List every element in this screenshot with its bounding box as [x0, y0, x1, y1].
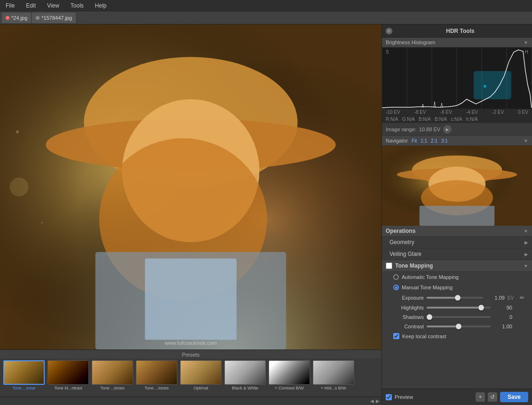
- preset-item-7[interactable]: + Mid...s B/W: [312, 360, 355, 390]
- contrast-label: Contrast: [393, 324, 424, 329]
- menu-help[interactable]: Help: [93, 1, 109, 10]
- save-button[interactable]: Save: [500, 392, 528, 402]
- keep-local-contrast-label: Keep local contrast: [402, 334, 446, 339]
- shadows-slider-track[interactable]: [427, 316, 491, 318]
- preset-name-0: Tone ...inear: [12, 386, 36, 390]
- histogram-channel-values: R:N/A G:N/A B:N/A B:N/A c:N/A h:N/A: [382, 116, 532, 123]
- histogram-canvas: S H ◆: [382, 48, 532, 109]
- navigator-photo-svg: [382, 146, 532, 226]
- manual-tone-mapping-label: Manual Tone Mapping: [402, 285, 453, 290]
- contrast-slider-track[interactable]: [427, 326, 491, 327]
- operations-section: Operations ▼ Geometry ▶ Veiling Glare ▶: [382, 226, 532, 260]
- highlights-slider-thumb[interactable]: [478, 305, 484, 310]
- main-photo-svg: [0, 24, 381, 349]
- navigator-header: Navigator Fit 1:1 2:1 3:1 ▼: [382, 136, 532, 146]
- navigator-zoom-2[interactable]: 2:1: [431, 138, 437, 143]
- contrast-slider-row: Contrast 1.00: [382, 322, 532, 331]
- right-panel: ✕ HDR Tools Brightness Histogram ▼ S H: [381, 24, 532, 405]
- preset-thumb-5: [224, 360, 266, 385]
- tab-1[interactable]: *24.jpg: [2, 13, 31, 23]
- preset-name-4: Optimal: [193, 386, 208, 390]
- navigator-zoom-3[interactable]: 3:1: [441, 138, 448, 143]
- operation-veiling-glare-label: Veiling Glare: [389, 251, 421, 257]
- exposure-slider-thumb[interactable]: [455, 295, 461, 301]
- histogram-s-label: S: [386, 49, 389, 55]
- preview-refresh-button[interactable]: ↺: [488, 392, 497, 402]
- preset-name-7: + Mid...s B/W: [321, 386, 346, 390]
- hist-h-val: h:N/A: [466, 117, 478, 122]
- exposure-label: Exposure: [393, 295, 424, 301]
- preset-item-1[interactable]: Tone M...ntrast: [47, 360, 89, 390]
- navigator-zoom-1[interactable]: 1:1: [421, 138, 427, 143]
- histogram-collapse-arrow[interactable]: ▼: [524, 40, 528, 45]
- geometry-chevron-icon: ▶: [524, 240, 528, 245]
- auto-tone-mapping-radio[interactable]: [393, 274, 399, 280]
- operations-collapse-arrow[interactable]: ▼: [524, 229, 528, 234]
- main-image-view[interactable]: www.fullcrackindir.com: [0, 24, 381, 349]
- preview-add-button[interactable]: +: [476, 392, 485, 402]
- navigator-thumbnail[interactable]: [382, 146, 532, 226]
- shadows-label: Shadows: [393, 314, 424, 320]
- histogram-header: Brightness Histogram ▼: [382, 38, 532, 48]
- hist-b-val: B:N/A: [419, 117, 431, 122]
- image-range-value: 10.88 EV: [419, 127, 440, 132]
- ev-label-8: -8 EV: [414, 110, 426, 115]
- exposure-slider-track[interactable]: [427, 297, 483, 299]
- bottom-scroll-bar: ◀ ▶: [0, 397, 381, 405]
- navigator-collapse-arrow[interactable]: ▼: [524, 138, 528, 143]
- presets-label: Presets: [0, 350, 381, 358]
- exposure-value: 1.09: [486, 295, 505, 301]
- tab-1-label: *24.jpg: [11, 15, 27, 21]
- tab-1-dot: [6, 16, 9, 20]
- manual-tone-mapping-radio[interactable]: [393, 285, 399, 290]
- keep-local-contrast-checkbox[interactable]: [393, 333, 399, 339]
- navigator-fit-button[interactable]: Fit: [412, 138, 417, 143]
- preset-item-5[interactable]: Black & White: [224, 360, 266, 390]
- contrast-value: 1.00: [493, 324, 512, 329]
- contrast-slider-thumb[interactable]: [456, 324, 461, 329]
- menu-file[interactable]: File: [4, 1, 16, 10]
- menu-view[interactable]: View: [45, 1, 61, 10]
- scroll-right-arrow[interactable]: ▶: [376, 398, 380, 404]
- presets-scroll[interactable]: Tone ...inear Tone M...ntrast Tone ...to…: [0, 358, 381, 394]
- preset-thumb-inner-0: [4, 361, 44, 384]
- menu-tools[interactable]: Tools: [69, 1, 86, 10]
- preset-item-2[interactable]: Tone ...tones: [91, 360, 134, 390]
- preset-thumb-inner-4: [181, 361, 221, 384]
- play-button[interactable]: ▶: [443, 125, 452, 134]
- auto-tone-mapping-label: Automatic Tone Mapping: [402, 274, 459, 280]
- preset-item-3[interactable]: Tone ...tones: [135, 360, 178, 390]
- operation-geometry[interactable]: Geometry ▶: [382, 237, 532, 248]
- operation-veiling-glare[interactable]: Veiling Glare ▶: [382, 248, 532, 260]
- ev-label-0: 0 EV: [518, 110, 528, 115]
- preset-name-2: Tone ...tones: [100, 386, 125, 390]
- navigator-title: Navigator: [386, 138, 408, 143]
- histogram-section: Brightness Histogram ▼ S H ◆: [382, 38, 532, 136]
- highlights-slider-fill: [427, 307, 481, 309]
- operations-header: Operations ▼: [382, 226, 532, 237]
- svg-rect-29: [420, 206, 495, 226]
- preset-item-6[interactable]: + Contrast B/W: [268, 360, 310, 390]
- highlights-slider-track[interactable]: [427, 307, 491, 309]
- tone-mapping-enabled-checkbox[interactable]: [386, 262, 392, 269]
- veiling-glare-chevron-icon: ▶: [524, 252, 528, 257]
- scroll-left-arrow[interactable]: ◀: [370, 398, 374, 404]
- tab-2-dot: [36, 16, 40, 20]
- exposure-eyedropper-button[interactable]: ✏: [520, 294, 524, 301]
- svg-rect-13: [145, 259, 237, 340]
- menu-edit[interactable]: Edit: [24, 1, 38, 10]
- tone-mapping-chevron-icon[interactable]: ▼: [524, 263, 528, 269]
- hdr-tools-header: ✕ HDR Tools: [382, 24, 532, 38]
- preview-checkbox[interactable]: [386, 394, 392, 400]
- preset-thumb-inner-2: [92, 361, 133, 384]
- preset-thumb-1: [48, 360, 89, 385]
- keep-local-contrast-row: Keep local contrast: [382, 331, 532, 341]
- tab-2[interactable]: *1578447.jpg: [32, 13, 76, 23]
- preset-item-0[interactable]: Tone ...inear: [3, 360, 45, 390]
- operation-geometry-label: Geometry: [389, 239, 414, 246]
- shadows-slider-thumb[interactable]: [427, 314, 432, 320]
- preset-item-4[interactable]: Optimal: [180, 360, 222, 390]
- panel-close-button[interactable]: ✕: [386, 28, 392, 34]
- presets-bar: Presets Tone ...inear Tone M...ntrast To…: [0, 349, 381, 397]
- preview-label: Preview: [395, 394, 473, 400]
